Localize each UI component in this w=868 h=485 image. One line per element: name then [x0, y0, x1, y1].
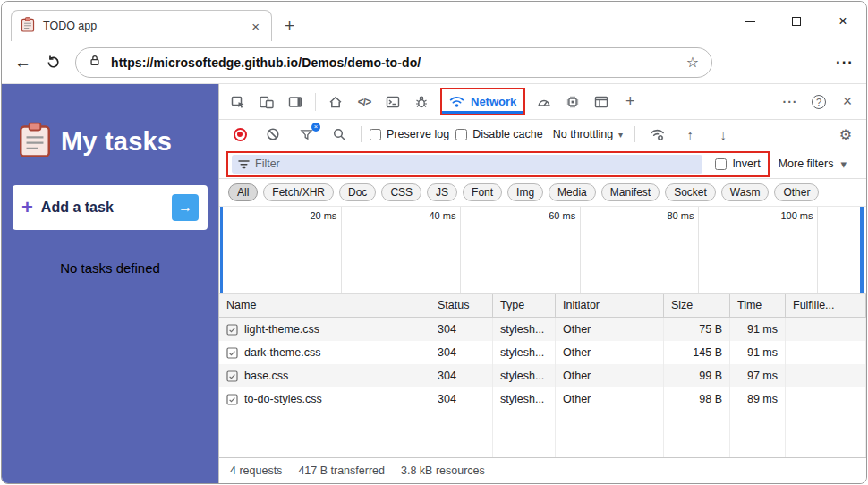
filter-pill-js[interactable]: JS	[427, 183, 457, 201]
filter-toggle-button[interactable]: ×	[293, 122, 319, 147]
record-network-log-button[interactable]	[226, 122, 253, 147]
filter-pill-css[interactable]: CSS	[381, 183, 421, 201]
back-button[interactable]: ←	[14, 53, 31, 72]
submit-task-button[interactable]: →	[172, 194, 199, 221]
console-tab[interactable]	[379, 89, 406, 115]
column-header-name[interactable]: Name	[219, 294, 430, 317]
browser-menu-button[interactable]: ···	[836, 54, 854, 72]
network-settings-button[interactable]: ⚙	[832, 122, 859, 147]
devtools-panel: </> Network	[218, 84, 866, 483]
table-row[interactable]: base.css 304 stylesh... Other 99 B 97 ms	[219, 364, 866, 387]
column-header-fulfilled[interactable]: Fulfille...	[786, 294, 866, 317]
devtools-close-button[interactable]: ×	[834, 89, 861, 115]
timeline-gridline: 80 ms	[636, 207, 699, 293]
tab-close-icon[interactable]: ×	[249, 19, 262, 34]
column-header-type[interactable]: Type	[493, 294, 556, 317]
resources-size: 3.8 kB resources	[401, 464, 485, 477]
network-overview-timeline[interactable]: 20 ms 40 ms 60 ms 80 ms 100 ms	[219, 207, 866, 294]
lock-icon	[89, 54, 101, 71]
filter-pill-fetch-xhr[interactable]: Fetch/XHR	[263, 183, 334, 201]
request-name: dark-theme.css	[244, 341, 320, 364]
search-button[interactable]	[326, 122, 353, 147]
favorite-star-icon[interactable]: ☆	[686, 54, 699, 71]
request-fulfilled	[786, 387, 866, 411]
maximize-button[interactable]	[773, 2, 820, 41]
throttling-dropdown[interactable]: No throttling ▾	[549, 128, 626, 140]
column-header-initiator[interactable]: Initiator	[556, 294, 664, 317]
devtools-menu-button[interactable]: ···	[777, 89, 804, 115]
close-button[interactable]: ×	[820, 2, 866, 41]
filter-pill-socket[interactable]: Socket	[665, 183, 716, 201]
export-har-button[interactable]: ↓	[710, 122, 736, 147]
disable-cache-label: Disable cache	[472, 128, 543, 140]
help-button[interactable]: ?	[805, 89, 832, 115]
column-header-time[interactable]: Time	[730, 294, 786, 317]
filter-lines-icon	[238, 159, 250, 170]
request-fulfilled	[786, 364, 866, 387]
table-row[interactable]: dark-theme.css 304 stylesh... Other 145 …	[219, 341, 866, 364]
sources-tab[interactable]	[408, 89, 435, 115]
filter-row: Invert More filters ▾	[219, 149, 866, 179]
activity-bar-layout-button[interactable]	[282, 89, 309, 115]
minimize-icon	[745, 21, 755, 21]
column-header-size[interactable]: Size	[664, 294, 730, 317]
disable-cache-checkbox[interactable]: Disable cache	[455, 128, 543, 140]
import-har-button[interactable]: ↑	[677, 122, 703, 147]
devtools-tab-bar-right: ··· ? ×	[777, 89, 861, 115]
filter-pill-doc[interactable]: Doc	[339, 183, 376, 201]
network-conditions-button[interactable]	[643, 122, 670, 147]
more-filters-dropdown[interactable]: More filters ▾	[779, 157, 859, 171]
todo-header: My tasks	[2, 122, 218, 162]
table-row[interactable]: light-theme.css 304 stylesh... Other 75 …	[219, 318, 866, 341]
filter-pill-manifest[interactable]: Manifest	[601, 183, 660, 201]
filter-pill-other[interactable]: Other	[774, 183, 819, 201]
minimize-button[interactable]	[727, 2, 773, 41]
timeline-label: 40 ms	[429, 210, 455, 221]
network-tab[interactable]: Network	[442, 89, 523, 114]
performance-tab[interactable]	[531, 89, 557, 115]
filter-pill-media[interactable]: Media	[549, 183, 596, 201]
filter-pill-img[interactable]: Img	[507, 183, 543, 201]
refresh-button[interactable]	[46, 55, 61, 70]
elements-tab[interactable]: </>	[351, 89, 378, 115]
devtools-tab-bar: </> Network	[219, 84, 866, 120]
add-task-button[interactable]: + Add a task →	[13, 185, 208, 230]
throttling-value: No throttling	[553, 128, 613, 140]
column-header-status[interactable]: Status	[430, 294, 493, 317]
application-tab[interactable]	[588, 89, 615, 115]
more-tabs-button[interactable]: +	[617, 89, 643, 115]
todo-title: My tasks	[61, 127, 172, 157]
checkbox-icon[interactable]	[455, 129, 467, 140]
table-row[interactable]: to-do-styles.css 304 stylesh... Other 98…	[219, 387, 866, 411]
clipboard-favicon-icon	[21, 17, 35, 36]
filter-input[interactable]	[232, 155, 702, 174]
device-emulation-button[interactable]	[253, 89, 280, 115]
inspect-element-button[interactable]	[225, 89, 251, 115]
clear-network-log-button[interactable]	[260, 122, 286, 147]
invert-checkbox[interactable]: Invert	[715, 157, 760, 170]
network-summary-bar: 4 requests 417 B transferred 3.8 kB reso…	[219, 457, 866, 483]
divider	[361, 126, 362, 142]
filter-pill-wasm[interactable]: Wasm	[721, 183, 770, 201]
checkbox-icon[interactable]	[370, 129, 381, 140]
file-icon	[226, 370, 238, 382]
request-status: 304	[430, 341, 493, 364]
address-bar[interactable]: https://microsoftedge.github.io/Demos/de…	[75, 47, 712, 78]
browser-tab[interactable]: TODO app ×	[11, 10, 272, 41]
overview-handle-right[interactable]	[860, 207, 864, 293]
filter-pill-all[interactable]: All	[228, 183, 258, 201]
new-tab-button[interactable]: +	[285, 16, 294, 36]
overview-handle-left[interactable]	[220, 207, 223, 293]
speedometer-icon	[537, 95, 551, 109]
request-initiator: Other	[556, 387, 664, 411]
preserve-log-checkbox[interactable]: Preserve log	[370, 128, 449, 140]
timeline-gridline: 40 ms	[398, 207, 461, 293]
request-size: 98 B	[664, 387, 730, 411]
request-status: 304	[430, 318, 493, 341]
welcome-tab[interactable]	[322, 89, 349, 115]
checkbox-icon[interactable]	[715, 158, 727, 170]
filter-pill-font[interactable]: Font	[463, 183, 502, 201]
url-text: https://microsoftedge.github.io/Demos/de…	[111, 55, 677, 70]
memory-tab[interactable]	[559, 89, 586, 115]
add-task-label: Add a task	[41, 200, 114, 216]
